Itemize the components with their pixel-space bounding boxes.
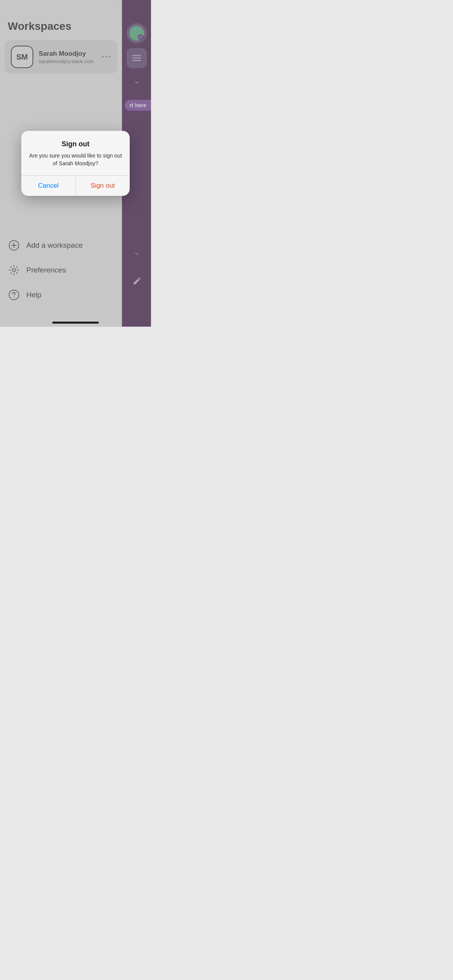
signout-button[interactable]: Sign out [76, 176, 130, 196]
cancel-button[interactable]: Cancel [21, 176, 76, 196]
dialog-buttons: Cancel Sign out [21, 176, 130, 196]
signout-dialog: Sign out Are you sure you would like to … [21, 131, 130, 195]
dialog-message: Are you sure you would like to sign out … [29, 152, 122, 167]
dialog-content: Sign out Are you sure you would like to … [21, 131, 130, 175]
app-container: ⌄ ⌄ rt here Workspaces SM Sarah Moodjoy … [0, 0, 151, 327]
modal-overlay: Sign out Are you sure you would like to … [0, 0, 151, 327]
home-indicator [52, 322, 99, 324]
dialog-title: Sign out [29, 140, 122, 148]
